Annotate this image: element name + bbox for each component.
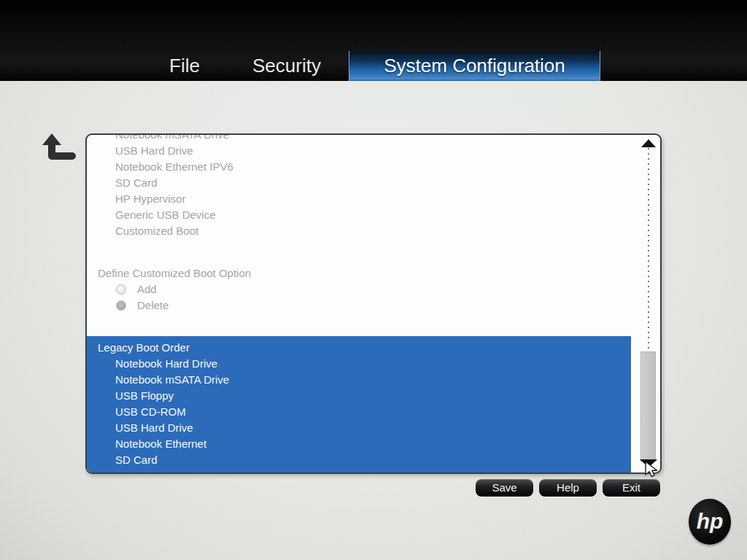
boot-source-item[interactable]: Notebook Ethernet IPV6 (115, 159, 233, 175)
legacy-boot-item[interactable]: Notebook mSATA Drive (115, 372, 229, 388)
action-button-bar: Save Help Exit (476, 479, 660, 497)
scrollbar-thumb[interactable] (640, 351, 656, 462)
tab-system-configuration[interactable]: System Configuration (349, 51, 600, 81)
help-button[interactable]: Help (539, 479, 597, 497)
legacy-boot-item[interactable]: USB CD-ROM (115, 404, 186, 420)
legacy-boot-order-selection[interactable]: Legacy Boot Order Notebook Hard Drive No… (87, 336, 631, 472)
boot-source-item[interactable]: USB Hard Drive (115, 143, 193, 159)
hp-logo: hp (689, 499, 731, 545)
boot-source-item[interactable]: Customized Boot (115, 223, 198, 239)
boot-source-item[interactable]: Generic USB Device (115, 207, 216, 223)
radio-delete-icon[interactable] (116, 300, 126, 311)
radio-add-icon[interactable] (116, 284, 126, 295)
hp-logo-text: hp (697, 509, 724, 534)
back-arrow-icon[interactable] (35, 133, 77, 166)
tab-file[interactable]: File (150, 51, 220, 81)
boot-source-item[interactable]: SD Card (115, 175, 158, 191)
legacy-boot-item[interactable]: Notebook Ethernet (115, 436, 206, 452)
boot-options-panel: Notebook mSATA Drive USB Hard Drive Note… (85, 133, 662, 474)
tab-security[interactable]: Security (241, 51, 333, 81)
exit-button[interactable]: Exit (603, 479, 660, 497)
legacy-boot-item[interactable]: SD Card (115, 452, 158, 468)
boot-source-item[interactable]: Notebook mSATA Drive (115, 133, 229, 143)
radio-option-add[interactable]: Add (116, 281, 157, 298)
mouse-cursor (645, 461, 661, 481)
boot-source-item[interactable]: HP Hypervisor (115, 191, 185, 207)
radio-option-delete[interactable]: Delete (116, 298, 169, 314)
radio-add-label: Add (137, 281, 157, 298)
legacy-boot-item[interactable]: USB Hard Drive (115, 420, 193, 436)
radio-delete-label: Delete (137, 298, 169, 314)
scrollbar-up-arrow-icon[interactable] (641, 139, 656, 147)
legacy-boot-item[interactable]: Notebook Hard Drive (115, 356, 217, 372)
legacy-boot-order-title: Legacy Boot Order (98, 340, 190, 356)
top-menu-bar: File Security System Configuration (0, 0, 747, 81)
save-button[interactable]: Save (476, 479, 533, 497)
legacy-boot-item[interactable]: USB Floppy (115, 388, 174, 404)
define-customized-boot-title: Define Customized Boot Option (98, 265, 251, 281)
bios-setup-screen: File Security System Configuration Noteb… (0, 0, 747, 560)
